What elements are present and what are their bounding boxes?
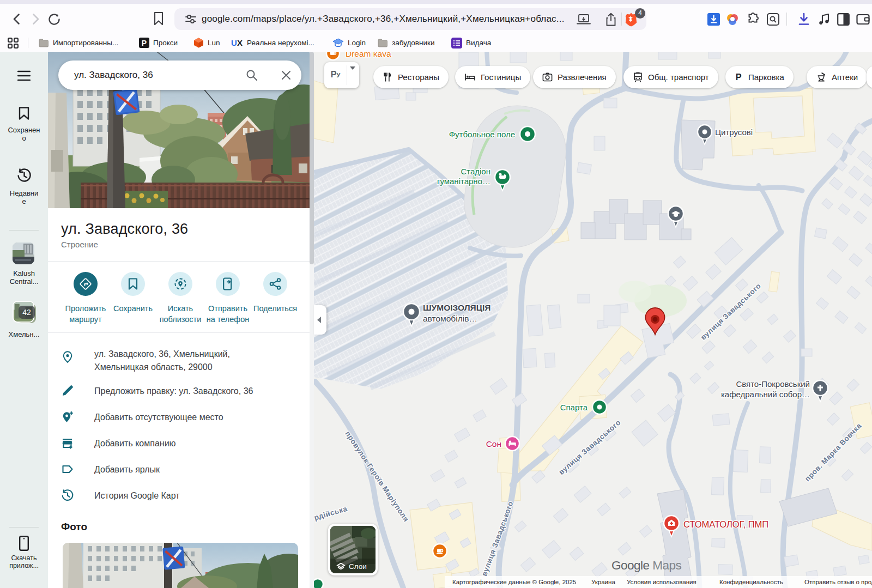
svg-text:Свято-Покровський: Свято-Покровський bbox=[736, 379, 810, 389]
svg-text:ШУМОІЗОЛЯЦІЯ: ШУМОІЗОЛЯЦІЯ bbox=[423, 303, 491, 312]
svg-text:U: U bbox=[231, 39, 237, 47]
svg-text:Цитрусові: Цитрусові bbox=[715, 128, 753, 137]
svg-text:P: P bbox=[142, 39, 147, 47]
svg-text:Стадіон: Стадіон bbox=[461, 167, 491, 176]
svg-text:Футбольное поле: Футбольное поле bbox=[449, 130, 515, 139]
svg-text:СТОМАТОЛОГ, ПМП: СТОМАТОЛОГ, ПМП bbox=[683, 519, 768, 529]
svg-text:P: P bbox=[736, 72, 742, 82]
svg-text:автомобілів…: автомобілів… bbox=[423, 314, 477, 323]
svg-text:гуманітарно…: гуманітарно… bbox=[437, 177, 491, 186]
svg-text:X: X bbox=[237, 39, 243, 47]
svg-text:кафедральний собор…: кафедральний собор… bbox=[721, 390, 810, 399]
svg-text:Спарта: Спарта bbox=[560, 403, 588, 412]
svg-text:Сон: Сон bbox=[486, 439, 501, 448]
svg-text:Dream kava: Dream kava bbox=[346, 52, 391, 58]
svg-text:Слои: Слои bbox=[349, 562, 367, 571]
